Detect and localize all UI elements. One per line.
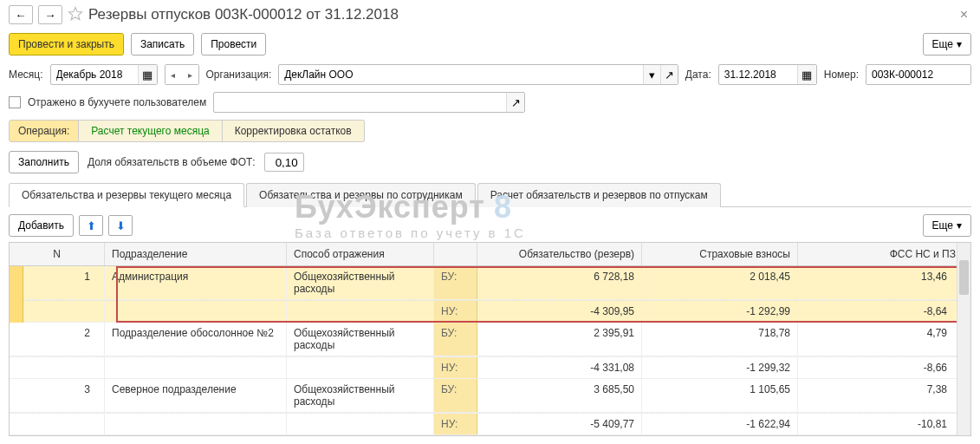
arrow-left-icon: ← <box>15 9 26 22</box>
op-tab-correct[interactable]: Корректировка остатков <box>223 120 365 142</box>
ratio-label: Доля обязательств в объеме ФОТ: <box>88 156 256 168</box>
forward-button[interactable]: → <box>38 5 62 24</box>
chevron-down-icon: ▾ <box>957 38 962 50</box>
tab-employees[interactable]: Обязательства и резервы по сотрудникам <box>246 183 476 207</box>
org-label: Организация: <box>206 69 272 81</box>
th-spos[interactable]: Способ отражения <box>287 243 434 265</box>
tab-current[interactable]: Обязательства и резервы текущего месяца <box>9 183 244 207</box>
ratio-input[interactable] <box>264 153 304 172</box>
th-ob[interactable]: Обязательство (резерв) <box>477 243 642 265</box>
fill-button[interactable]: Заполнить <box>9 151 79 173</box>
add-button[interactable]: Добавить <box>9 214 74 237</box>
close-button[interactable]: × <box>957 7 971 23</box>
calendar-icon[interactable]: ▦ <box>138 65 157 84</box>
open-icon[interactable]: ↗ <box>506 93 524 112</box>
more-button[interactable]: Еще▾ <box>923 33 971 56</box>
reflected-label: Отражено в бухучете пользователем <box>28 96 206 108</box>
arrow-down-icon: ⬇ <box>116 219 126 232</box>
table-row[interactable]: НУ: -5 409,77 -1 622,94 -10,81 <box>10 413 970 435</box>
date-label: Дата: <box>685 69 711 81</box>
table-row[interactable]: 2 Подразделение обосолонное №2 Общехозяй… <box>10 323 970 356</box>
post-and-close-button[interactable]: Провести и закрыть <box>9 33 124 56</box>
tab-vacations[interactable]: Расчет обязательств и резервов по отпуск… <box>477 183 721 207</box>
data-table: N Подразделение Способ отражения Обязате… <box>9 242 971 436</box>
move-down-button[interactable]: ⬇ <box>108 215 133 236</box>
arrow-up-icon: ⬆ <box>87 219 96 232</box>
operation-label: Операция: <box>9 120 79 142</box>
org-input[interactable]: ▾ ↗ <box>278 64 678 85</box>
prev-icon[interactable]: ◂ <box>165 65 181 84</box>
open-icon[interactable]: ↗ <box>660 65 678 84</box>
month-label: Месяц: <box>9 69 43 81</box>
table-row[interactable]: НУ: -4 309,95 -1 292,99 -8,64 <box>10 300 970 323</box>
th-acc <box>434 243 477 265</box>
back-button[interactable]: ← <box>9 5 33 24</box>
page-title: Резервы отпусков 003К-000012 от 31.12.20… <box>88 6 399 23</box>
dropdown-icon[interactable]: ▾ <box>643 65 660 84</box>
post-button[interactable]: Провести <box>201 33 266 56</box>
favorite-star-icon[interactable] <box>68 6 83 24</box>
date-input[interactable]: ▦ <box>718 64 817 85</box>
svg-marker-0 <box>69 7 82 19</box>
move-up-button[interactable]: ⬆ <box>79 215 103 236</box>
number-label: Номер: <box>824 69 859 81</box>
number-input[interactable] <box>866 64 971 85</box>
th-str[interactable]: Страховые взносы <box>642 243 798 265</box>
reflected-input[interactable]: ↗ <box>213 92 525 113</box>
table-row[interactable]: НУ: -4 331,08 -1 299,32 -8,66 <box>10 356 970 379</box>
vertical-scrollbar[interactable] <box>957 243 970 435</box>
th-fss[interactable]: ФСС НС и ПЗ <box>798 243 963 265</box>
table-row[interactable]: 3 Северное подразделение Общехозяйственн… <box>10 379 970 413</box>
th-n[interactable]: N <box>10 243 105 265</box>
th-pod[interactable]: Подразделение <box>105 243 287 265</box>
save-button[interactable]: Записать <box>131 33 194 56</box>
op-tab-calc[interactable]: Расчет текущего месяца <box>79 120 222 142</box>
calendar-icon[interactable]: ▦ <box>797 65 816 84</box>
table-more-button[interactable]: Еще▾ <box>923 214 971 237</box>
chevron-down-icon: ▾ <box>957 219 962 232</box>
month-nav[interactable]: ◂ ▸ <box>165 64 199 85</box>
month-input[interactable]: ▦ <box>50 64 158 85</box>
reflected-checkbox[interactable] <box>9 96 21 108</box>
row-selection-marker <box>10 266 23 323</box>
table-row[interactable]: 1 Администрация Общехозяйственный расход… <box>10 266 970 300</box>
next-icon[interactable]: ▸ <box>183 65 198 84</box>
arrow-right-icon: → <box>44 9 55 22</box>
